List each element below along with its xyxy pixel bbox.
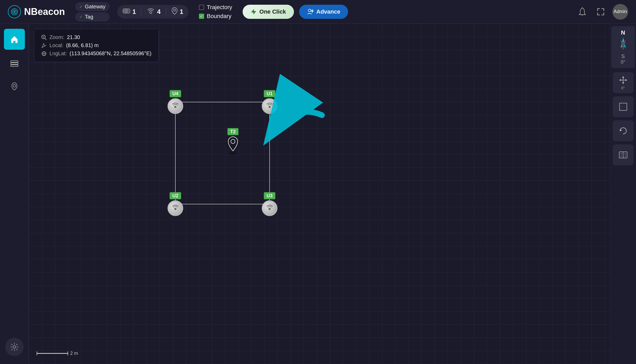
anchor-count-value: 1 <box>132 8 136 15</box>
advance-label: Advance <box>316 8 341 15</box>
compass-north: N <box>613 29 633 36</box>
location-count: 1 <box>171 7 183 16</box>
svg-marker-44 <box>622 76 624 78</box>
tag-count-value: 4 <box>157 8 160 15</box>
node-u1-label: U1 <box>264 90 275 97</box>
svg-point-22 <box>13 346 16 348</box>
map-area[interactable]: Zoom: 21.30 Local: (8.66, 6.81) m LngLat… <box>29 24 610 364</box>
advance-button[interactable]: Advance <box>299 5 348 19</box>
svg-marker-49 <box>620 129 622 131</box>
tag-wifi-icon <box>147 7 155 16</box>
trajectory-checkbox[interactable] <box>199 5 204 10</box>
anchor-icon <box>122 8 130 16</box>
svg-rect-19 <box>11 63 18 64</box>
scale-label: 2 m <box>70 351 78 356</box>
device-counters: 1 4 1 <box>117 5 188 19</box>
toggles: Trajectory ✓ Boundary <box>199 4 232 20</box>
notification-button[interactable] <box>576 5 589 18</box>
zoom-label: Zoom: <box>49 34 64 40</box>
lnglat-icon <box>41 51 47 57</box>
nav-icons: Admin <box>576 4 628 20</box>
trajectory-toggle[interactable]: Trajectory <box>199 4 232 11</box>
logo-area: NBeacon <box>8 5 65 18</box>
node-u1-circle <box>262 98 277 114</box>
info-overlay: Zoom: 21.30 Local: (8.66, 6.81) m LngLat… <box>34 29 159 62</box>
node-u4-circle <box>168 98 183 114</box>
sidebar-item-home[interactable] <box>4 29 25 50</box>
svg-point-10 <box>174 9 176 11</box>
one-click-button[interactable]: One Click <box>243 5 294 19</box>
svg-point-11 <box>308 9 311 12</box>
location-count-value: 1 <box>180 8 183 15</box>
svg-rect-18 <box>11 61 18 62</box>
node-u1[interactable]: U1 <box>262 90 277 114</box>
svg-rect-48 <box>620 103 627 110</box>
lnglat-row: LngLat: (113.94345068°N, 22.54850596°E) <box>41 51 152 57</box>
settings-button[interactable] <box>5 338 24 356</box>
tag-pin <box>227 136 239 154</box>
move-control[interactable]: 0° <box>613 72 634 93</box>
local-label: Local: <box>49 42 63 48</box>
local-value: (8.66, 6.81) m <box>66 42 99 48</box>
pin-icon <box>171 7 178 16</box>
svg-point-37 <box>269 208 271 210</box>
gateway-label: Gateway <box>85 4 105 10</box>
zoom-icon <box>41 35 47 40</box>
compass: N S 0° <box>611 26 635 68</box>
sidebar <box>0 24 29 364</box>
zoom-row: Zoom: 21.30 <box>41 34 152 40</box>
fullscreen-button[interactable] <box>594 5 607 18</box>
tag-t2[interactable]: T2 <box>227 128 239 155</box>
svg-rect-20 <box>11 65 18 66</box>
status-badges: ✓ Gateway ✓ Tag <box>75 2 109 21</box>
sidebar-bottom <box>5 338 24 356</box>
app-name: NBeacon <box>24 6 65 17</box>
fit-screen-button[interactable] <box>613 96 634 117</box>
svg-point-2 <box>14 11 15 13</box>
sidebar-item-layers[interactable] <box>4 52 25 73</box>
admin-label: Admin <box>613 9 627 14</box>
boundary-checkbox[interactable]: ✓ <box>199 14 204 19</box>
svg-point-34 <box>174 106 176 108</box>
svg-marker-47 <box>625 79 627 81</box>
zoom-value: 21.30 <box>67 34 80 40</box>
boundary-toggle[interactable]: ✓ Boundary <box>199 13 232 20</box>
refresh-button[interactable] <box>613 120 634 141</box>
svg-point-35 <box>269 106 271 108</box>
svg-marker-45 <box>622 82 624 84</box>
one-click-label: One Click <box>259 8 286 15</box>
svg-point-38 <box>231 139 235 144</box>
local-icon <box>41 43 47 48</box>
svg-point-21 <box>13 85 16 87</box>
tag-label: Tag <box>85 14 93 20</box>
node-u2[interactable]: U2 <box>168 192 183 216</box>
tag-badge: ✓ Tag <box>75 13 109 21</box>
node-u3-label: U3 <box>264 192 275 199</box>
divider <box>141 8 141 16</box>
lnglat-value: (113.94345068°N, 22.54850596°E) <box>70 51 152 57</box>
svg-line-24 <box>45 38 46 40</box>
move-deg-label: 0° <box>621 86 625 90</box>
node-u3[interactable]: U3 <box>262 192 277 216</box>
node-u2-circle <box>168 200 183 216</box>
svg-marker-46 <box>619 79 621 81</box>
scale-line <box>37 353 68 354</box>
node-u2-label: U2 <box>170 192 181 199</box>
split-view-button[interactable] <box>613 144 634 165</box>
map-grid <box>29 24 610 364</box>
compass-deg: 0° <box>613 59 633 65</box>
sidebar-item-map[interactable] <box>4 76 25 97</box>
main-layout: Zoom: 21.30 Local: (8.66, 6.81) m LngLat… <box>0 24 636 364</box>
user-avatar[interactable]: Admin <box>612 4 628 20</box>
compass-south: S <box>613 53 633 59</box>
local-row: Local: (8.66, 6.81) m <box>41 42 152 48</box>
divider2 <box>166 8 166 16</box>
lnglat-label: LngLat: <box>49 51 67 57</box>
navbar: NBeacon ✓ Gateway ✓ Tag 1 <box>0 0 636 24</box>
gateway-badge: ✓ Gateway <box>75 2 109 11</box>
svg-point-12 <box>311 10 313 12</box>
anchor-count: 1 <box>122 8 136 16</box>
svg-point-36 <box>174 208 176 210</box>
node-u4[interactable]: U4 <box>168 90 183 114</box>
svg-point-9 <box>150 12 152 14</box>
